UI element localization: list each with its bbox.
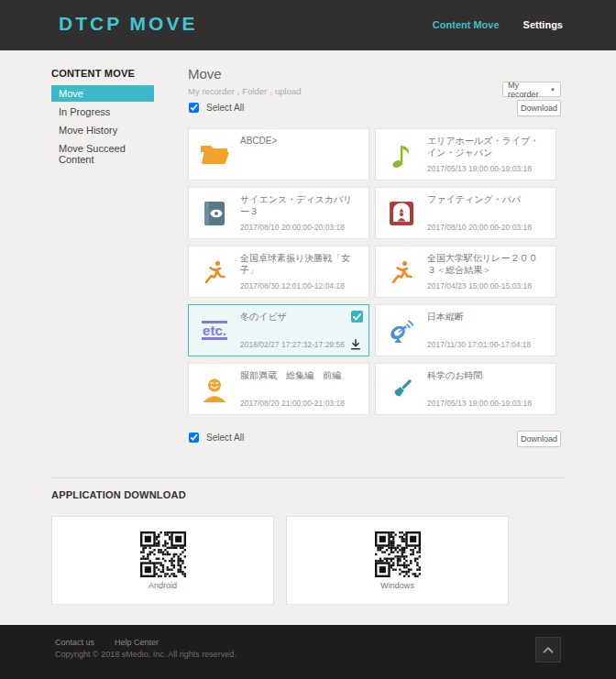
content-card-folder[interactable]: ABCDE> <box>188 128 369 181</box>
content-card[interactable]: 全国卓球素振り決勝戦「女子」2017/08/30 12:01:00-12:04:… <box>188 246 369 298</box>
sidebar-item-in-progress[interactable]: In Progress <box>51 104 154 120</box>
qr-label-windows: Windows <box>380 581 414 590</box>
card-title: エリアホールズ・ライブ・イン・ジャパン <box>427 136 546 159</box>
card-title: 日本縦断 <box>427 312 546 323</box>
card-date: 2017/08/30 12:01:00-12:04:18 <box>240 281 359 290</box>
download-button-top[interactable]: Download <box>517 100 561 116</box>
application-download-section: APPLICATION DOWNLOAD Android Windows <box>51 477 565 605</box>
content-card-selected[interactable]: etc. 冬のイビザ2018/02/27 17:27:32-17:29:56 <box>188 304 369 356</box>
chevron-up-icon <box>542 644 555 655</box>
sidebar-item-move-history[interactable]: Move History <box>51 122 154 138</box>
card-date: 2018/02/27 17:27:32-17:29:56 <box>240 340 359 349</box>
card-date: 2017/08/20 21:00:00-21:03:18 <box>240 399 359 408</box>
sidebar-heading: CONTENT MOVE <box>51 68 184 79</box>
card-date: 2017/04/23 15:00:00-15:03:18 <box>427 281 546 290</box>
card-date: 2017/08/10 20:00:00-20:03:18 <box>427 223 546 232</box>
card-title: 冬のイビザ <box>240 312 359 323</box>
runner-icon <box>376 259 427 285</box>
brush-icon <box>376 376 427 403</box>
qr-label-android: Android <box>148 581 177 590</box>
select-all-top-checkbox[interactable] <box>189 103 199 113</box>
qr-code-windows <box>375 531 421 577</box>
qr-card-windows: Windows <box>286 516 509 605</box>
qr-card-android: Android <box>51 516 274 605</box>
card-date: 2017/05/13 19:00:00-19:03:18 <box>427 399 546 408</box>
select-all-bottom[interactable]: Select All <box>189 433 244 443</box>
card-title: サイエンス・ディスカバリー３ <box>240 194 359 217</box>
person-icon <box>189 377 240 402</box>
breadcrumb-upload[interactable]: upload <box>275 86 302 96</box>
breadcrumb-my-recorder[interactable]: My recorder <box>188 86 235 96</box>
scroll-to-top-button[interactable] <box>535 637 561 663</box>
card-checkbox-checked[interactable] <box>351 311 363 323</box>
card-title: ファイティング・パパ <box>427 194 546 206</box>
main-content: Move My recorder›Folder›upload My record… <box>188 62 564 98</box>
footer-links: Contact us Help Center <box>55 638 159 647</box>
etc-icon: etc. <box>189 321 240 341</box>
content-card-grid: ABCDE> エリアホールズ・ライブ・イン・ジャパン2017/05/13 19:… <box>188 128 556 415</box>
card-date: 2017/05/13 19:00:00-19:03:18 <box>427 164 546 173</box>
book-icon <box>189 200 240 227</box>
chevron-down-icon: ▼ <box>550 87 556 93</box>
card-title: 全国卓球素振り決勝戦「女子」 <box>240 253 359 276</box>
satellite-icon <box>376 317 427 345</box>
runner-icon <box>189 259 240 285</box>
select-all-bottom-label: Select All <box>206 433 244 443</box>
footer: Contact us Help Center Copyright © 2018 … <box>0 625 616 679</box>
top-nav: Content Move Settings <box>433 19 563 30</box>
folder-icon <box>189 143 240 167</box>
content-card[interactable]: サイエンス・ディスカバリー３2017/08/10 20:00:00-20:03:… <box>188 187 369 239</box>
content-card[interactable]: 日本縦断2017/11/30 17:01:00-17:04:18 <box>375 304 556 356</box>
sidebar-item-move-succeed-content[interactable]: Move Succeed Content <box>51 140 154 168</box>
content-card[interactable]: 服部満蔵 総集編 前編2017/08/20 21:00:00-21:03:18 <box>188 363 369 415</box>
card-title: 全国大学駅伝リレー２００３＜総合結果＞ <box>427 253 546 276</box>
card-download-icon[interactable] <box>349 338 362 351</box>
card-title: 科学のお時間 <box>427 370 546 382</box>
application-download-heading: APPLICATION DOWNLOAD <box>51 489 565 500</box>
card-date: 2017/08/10 20:00:00-20:03:18 <box>240 223 359 232</box>
app-logo: DTCP MOVE <box>59 13 197 35</box>
card-title: 服部満蔵 総集編 前編 <box>240 370 359 382</box>
app-header: DTCP MOVE Content Move Settings <box>0 0 616 50</box>
select-all-bottom-checkbox[interactable] <box>189 433 199 443</box>
copyright-text: Copyright © 2018 sMedio, Inc. All rights… <box>55 650 236 659</box>
content-card[interactable]: ファイティング・パパ2017/08/10 20:00:00-20:03:18 <box>375 187 556 239</box>
music-note-icon <box>376 141 427 169</box>
download-button-bottom[interactable]: Download <box>517 431 561 447</box>
select-all-top-label: Select All <box>206 103 244 113</box>
nav-settings[interactable]: Settings <box>523 19 563 30</box>
page-title: Move <box>188 66 564 82</box>
breadcrumb-separator-icon: › <box>267 90 275 98</box>
recorder-dropdown-value: My recorder <box>508 81 550 99</box>
qr-code-android <box>140 531 186 577</box>
recorder-dropdown[interactable]: My recorder ▼ <box>502 82 561 97</box>
sidebar: CONTENT MOVE Move In Progress Move Histo… <box>51 68 184 170</box>
select-all-top[interactable]: Select All <box>189 103 244 113</box>
card-date: 2017/11/30 17:01:00-17:04:18 <box>427 340 546 349</box>
breadcrumb-folder[interactable]: Folder <box>242 86 267 96</box>
contact-us-link[interactable]: Contact us <box>55 638 94 647</box>
card-title: ABCDE> <box>240 136 359 148</box>
content-card[interactable]: エリアホールズ・ライブ・イン・ジャパン2017/05/13 19:00:00-1… <box>375 128 556 181</box>
content-card[interactable]: 科学のお時間2017/05/13 19:00:00-19:03:18 <box>375 363 556 415</box>
help-center-link[interactable]: Help Center <box>115 638 159 647</box>
nav-content-move[interactable]: Content Move <box>433 19 500 30</box>
sidebar-item-move[interactable]: Move <box>51 85 154 102</box>
theater-icon <box>376 201 427 226</box>
content-card[interactable]: 全国大学駅伝リレー２００３＜総合結果＞2017/04/23 15:00:00-1… <box>375 246 556 298</box>
